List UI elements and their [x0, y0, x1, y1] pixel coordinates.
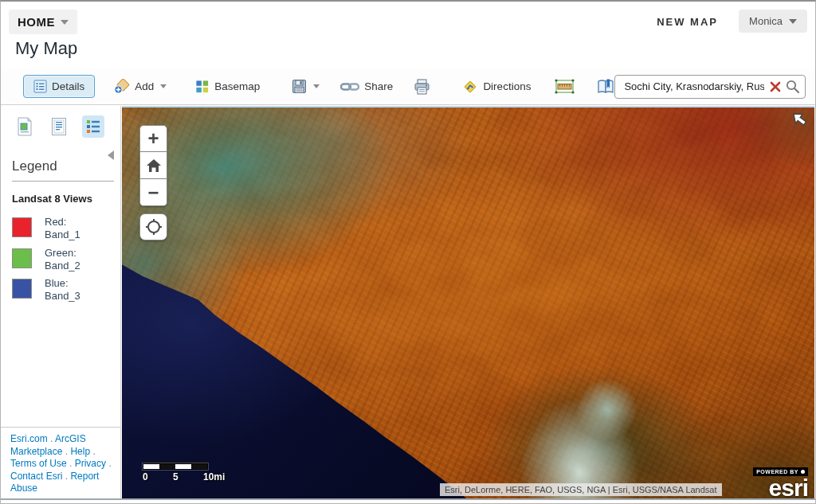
save-button[interactable] — [292, 79, 320, 94]
chevron-down-icon — [313, 84, 320, 88]
home-icon — [146, 158, 162, 173]
content-icon — [50, 117, 68, 136]
basemap-label: Basemap — [214, 80, 260, 92]
scale-tick-5: 5 — [173, 471, 178, 483]
scale-bar-line — [143, 461, 208, 463]
bookmarks-button[interactable] — [597, 79, 614, 95]
footer-link[interactable]: Help — [70, 446, 90, 457]
about-icon — [16, 117, 33, 136]
measure-button[interactable] — [555, 79, 575, 94]
scale-bar: 0 5 10mi — [143, 461, 246, 482]
basemap-icon — [195, 80, 210, 94]
minus-icon: − — [147, 182, 159, 204]
tab-content[interactable] — [48, 115, 70, 138]
map-attribution: Esri, DeLorme, HERE, FAO, USGS, NGA | Es… — [440, 483, 722, 496]
scale-tick-10mi: 10mi — [203, 471, 225, 483]
print-button[interactable] — [414, 79, 430, 95]
user-name-label: Monica — [749, 15, 783, 27]
print-icon — [414, 79, 430, 95]
search-icon[interactable] — [785, 79, 800, 94]
find-my-location-button[interactable] — [139, 213, 167, 240]
plus-icon: + — [147, 127, 159, 150]
chevron-down-icon — [160, 84, 167, 88]
esri-logo-dot — [801, 470, 805, 474]
add-label: Add — [135, 80, 154, 92]
directions-icon — [462, 79, 478, 95]
footer-link[interactable]: Terms of Use — [10, 458, 67, 469]
search-box — [614, 75, 806, 99]
legend-item-label: Blue:Band_3 — [45, 277, 80, 303]
esri-logo: POWERED BY esri — [753, 463, 808, 498]
footer-link[interactable]: Contact Esri — [10, 471, 62, 482]
clear-search-icon[interactable] — [769, 80, 782, 93]
scale-bar-segments — [143, 463, 208, 470]
legend-item-label: Green:Band_2 — [45, 247, 80, 273]
new-map-button[interactable]: NEW MAP — [657, 16, 718, 28]
layer-title: Landsat 8 Views — [12, 193, 120, 205]
zoom-out-button[interactable]: − — [139, 179, 167, 206]
tab-legend[interactable] — [82, 115, 104, 138]
add-button[interactable]: Add — [114, 79, 167, 94]
details-icon — [33, 80, 47, 93]
map-toolbar: Details Add Basemap Share Directions — [1, 68, 815, 105]
content-area: Legend Landsat 8 Views Red:Band_1Green:B… — [1, 106, 815, 503]
footer-link[interactable]: Privacy — [75, 458, 106, 469]
sidebar-footer-links: Esri.com . ArcGIS Marketplace . Help . T… — [1, 427, 120, 498]
zoom-controls: + − — [139, 125, 167, 240]
share-label: Share — [364, 80, 393, 92]
add-layer-icon — [114, 79, 130, 94]
basemap-button[interactable]: Basemap — [195, 80, 260, 94]
share-button[interactable]: Share — [340, 80, 393, 92]
footer-link[interactable]: Esri.com — [10, 433, 48, 444]
page-title: My Map — [15, 38, 77, 59]
search-input[interactable] — [622, 80, 766, 93]
directions-label: Directions — [483, 80, 531, 92]
arcgis-map-viewer-window: HOME NEW MAP Monica My Map Details Add B… — [0, 0, 816, 504]
modify-map-arrow-icon[interactable] — [791, 111, 809, 131]
zoom-in-button[interactable]: + — [139, 125, 167, 152]
legend-icon — [85, 119, 101, 135]
app-header: HOME NEW MAP Monica My Map — [1, 2, 815, 68]
legend-item-label: Red:Band_1 — [45, 216, 80, 242]
scale-tick-0: 0 — [143, 471, 148, 483]
legend-item: Red:Band_1 — [12, 216, 120, 242]
chevron-down-icon — [61, 20, 69, 25]
legend-item: Blue:Band_3 — [12, 277, 120, 303]
home-menu-button[interactable]: HOME — [9, 10, 77, 34]
scale-bar-labels: 0 5 10mi — [143, 470, 246, 482]
home-menu-label: HOME — [18, 15, 55, 29]
share-link-icon — [340, 81, 359, 92]
map-canvas[interactable]: + − 0 5 10mi Es — [122, 106, 814, 500]
chevron-down-icon — [789, 19, 797, 24]
directions-button[interactable]: Directions — [462, 79, 531, 95]
details-sidebar: Legend Landsat 8 Views Red:Band_1Green:B… — [1, 106, 121, 503]
details-button[interactable]: Details — [23, 75, 95, 98]
legend-list: Red:Band_1Green:Band_2Blue:Band_3 — [1, 216, 120, 303]
legend-color-swatch — [12, 248, 32, 268]
legend-color-swatch — [12, 217, 32, 237]
details-label: Details — [52, 80, 84, 92]
esri-wordmark: esri — [753, 479, 808, 498]
tab-about[interactable] — [14, 115, 36, 138]
save-icon — [292, 79, 307, 94]
collapse-panel-arrow-icon[interactable] — [108, 150, 114, 160]
user-menu-button[interactable]: Monica — [739, 10, 807, 33]
divider — [12, 181, 114, 182]
bottom-border-strip — [1, 498, 815, 503]
legend-color-swatch — [12, 279, 32, 299]
legend-panel-title: Legend — [12, 158, 120, 174]
sidebar-tabs — [1, 106, 120, 138]
locate-icon — [145, 218, 163, 236]
measure-icon — [555, 79, 575, 94]
bookmarks-icon — [597, 79, 614, 95]
legend-item: Green:Band_2 — [12, 247, 120, 273]
home-extent-button[interactable] — [139, 152, 167, 179]
